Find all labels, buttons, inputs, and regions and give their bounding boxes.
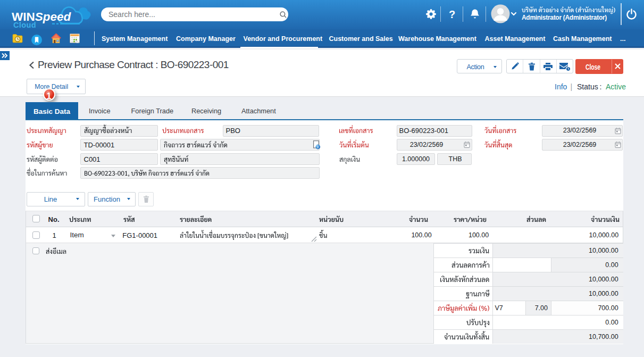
svg-text:i: i	[317, 145, 319, 149]
